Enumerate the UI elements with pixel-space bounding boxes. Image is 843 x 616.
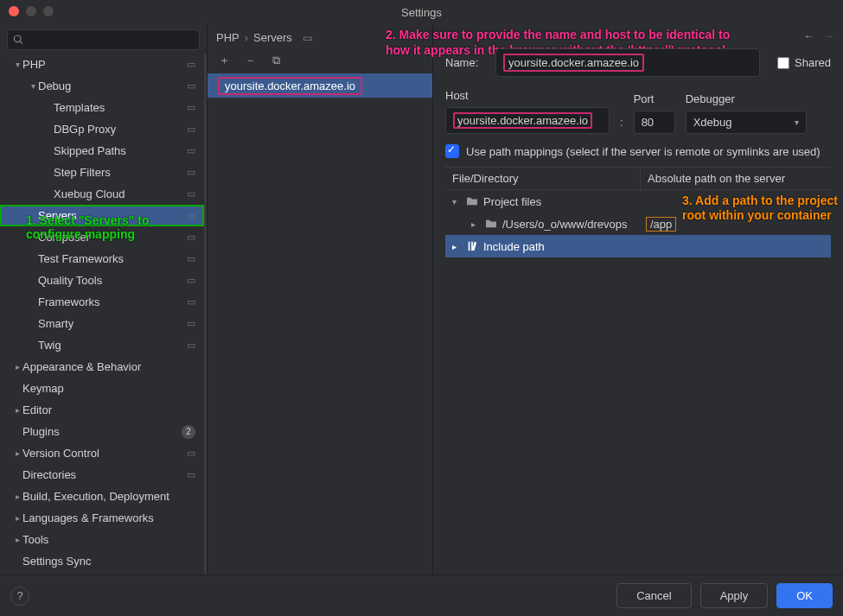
sidebar-item-keymap[interactable]: Keymap: [0, 378, 204, 399]
chevron-down-icon: ▾: [452, 197, 461, 206]
search-input[interactable]: [29, 34, 194, 46]
include-path-label: Include path: [483, 240, 545, 253]
sidebar-item-label: Tools: [22, 533, 204, 546]
chevron-right-icon: ▸: [12, 448, 22, 458]
chevron-right-icon: ▸: [452, 242, 461, 251]
close-window-icon[interactable]: [9, 6, 19, 16]
debugger-select[interactable]: Xdebug ▾: [686, 111, 807, 134]
shared-checkbox-box[interactable]: [777, 57, 789, 69]
breadcrumb-separator-icon: ›: [245, 31, 248, 44]
project-files-label: Project files: [483, 195, 541, 208]
mapping-row-include-path[interactable]: ▸ Include path: [445, 235, 831, 257]
host-port-separator: :: [620, 116, 623, 134]
servers-column: PHP › Servers ▭ ＋ － ⧉ yoursite.docker.am…: [208, 24, 433, 575]
breadcrumb-servers: Servers: [253, 31, 292, 44]
chevron-right-icon: ▸: [12, 492, 22, 501]
module-indicator-icon: ▭: [187, 59, 195, 70]
apply-button[interactable]: Apply: [700, 583, 769, 608]
sidebar-item-build-execution-deployment[interactable]: ▸Build, Execution, Deployment: [0, 486, 204, 507]
dialog-footer: ? Cancel Apply OK: [0, 575, 843, 616]
module-indicator-icon: ▭: [187, 145, 195, 156]
module-indicator-icon: ▭: [187, 296, 195, 308]
sidebar-item-editor[interactable]: ▸Editor: [0, 399, 204, 421]
path-mappings-checkbox[interactable]: [445, 144, 459, 158]
sidebar-item-label: Servers: [38, 209, 187, 222]
server-toolbar: ＋ － ⧉: [208, 49, 432, 73]
sidebar-item-step-filters[interactable]: Step Filters▭: [0, 162, 204, 183]
module-indicator-icon: ▭: [187, 102, 195, 113]
module-indicator-icon: ▭: [187, 210, 195, 221]
module-indicator-icon: ▭: [187, 188, 195, 200]
mapping-grid-header: File/Directory Absolute path on the serv…: [445, 167, 831, 190]
window-title: Settings: [401, 6, 442, 19]
sidebar-item-debug[interactable]: ▾Debug▭: [0, 75, 204, 97]
zoom-window-icon[interactable]: [43, 6, 54, 16]
shared-checkbox[interactable]: Shared: [777, 56, 831, 69]
name-input[interactable]: yoursite.docker.amazee.io: [495, 48, 760, 77]
sidebar-item-test-frameworks[interactable]: Test Frameworks▭: [0, 248, 204, 270]
sidebar-item-composer[interactable]: Composer▭: [0, 226, 204, 248]
server-list-item[interactable]: yoursite.docker.amazee.io: [208, 73, 432, 98]
folder-icon: [485, 219, 497, 229]
sidebar-item-version-control[interactable]: ▸Version Control▭: [0, 442, 204, 464]
module-indicator-icon: ▭: [187, 318, 195, 329]
folder-icon: [466, 196, 478, 206]
debugger-select-value: Xdebug: [693, 116, 732, 129]
sidebar-item-label: DBGp Proxy: [54, 123, 187, 136]
chevron-down-icon: ▾: [795, 117, 799, 127]
remove-server-button[interactable]: －: [242, 53, 258, 68]
cancel-button[interactable]: Cancel: [616, 583, 691, 608]
sidebar-item-label: Smarty: [38, 317, 187, 330]
server-list-item-label: yoursite.docker.amazee.io: [218, 77, 362, 95]
copy-server-button[interactable]: ⧉: [268, 53, 284, 68]
ok-button[interactable]: OK: [776, 583, 833, 608]
sidebar-item-skipped-paths[interactable]: Skipped Paths▭: [0, 140, 204, 162]
search-input-wrap[interactable]: [7, 29, 200, 50]
absolute-path-value[interactable]: /app: [646, 217, 676, 232]
sidebar-item-php[interactable]: ▾PHP▭: [0, 54, 204, 75]
minimize-window-icon[interactable]: [26, 6, 36, 16]
sidebar-item-twig[interactable]: Twig▭: [0, 334, 204, 356]
sidebar-item-xuebug-cloud[interactable]: Xuebug Cloud▭: [0, 183, 204, 205]
chevron-right-icon: ▸: [12, 535, 22, 544]
sidebar-item-plugins[interactable]: Plugins2: [0, 421, 204, 442]
module-indicator-icon: ▭: [187, 124, 195, 135]
sidebar-item-label: Templates: [54, 101, 187, 114]
module-indicator-icon: ▭: [187, 275, 195, 286]
mapping-row-project-path[interactable]: ▸ /Users/o_o/www/drevops /app: [445, 213, 831, 235]
add-server-button[interactable]: ＋: [216, 53, 232, 68]
sidebar-item-templates[interactable]: Templates▭: [0, 97, 204, 118]
sidebar-item-tools[interactable]: ▸Tools: [0, 529, 204, 550]
port-input[interactable]: [634, 111, 675, 134]
sidebar-item-label: PHP: [22, 58, 187, 71]
sidebar-item-quality-tools[interactable]: Quality Tools▭: [0, 270, 204, 291]
breadcrumb-php[interactable]: PHP: [216, 31, 239, 44]
chevron-right-icon: ▸: [12, 513, 22, 523]
mapping-row-project-files[interactable]: ▾ Project files: [445, 190, 831, 213]
sidebar-item-label: Editor: [22, 403, 204, 416]
sidebar-item-label: Plugins: [22, 425, 182, 438]
sidebar-item-label: Settings Sync: [22, 555, 204, 568]
chevron-right-icon: ▸: [12, 362, 22, 372]
sidebar-item-directories[interactable]: Directories▭: [0, 464, 204, 486]
chevron-down-icon: ▾: [12, 60, 22, 69]
sidebar-item-servers[interactable]: Servers▭: [0, 205, 204, 226]
sidebar-item-settings-sync[interactable]: Settings Sync: [0, 550, 204, 572]
sidebar-item-label: Version Control: [22, 447, 187, 460]
sidebar-item-label: Skipped Paths: [54, 144, 187, 157]
sidebar-item-smarty[interactable]: Smarty▭: [0, 313, 204, 334]
help-button[interactable]: ?: [10, 587, 29, 606]
module-indicator-icon: ▭: [187, 253, 195, 264]
sidebar-item-label: Build, Execution, Deployment: [22, 490, 204, 503]
debugger-label: Debugger: [686, 92, 807, 105]
sidebar-item-languages-frameworks[interactable]: ▸Languages & Frameworks: [0, 507, 204, 529]
sidebar-item-appearance-behavior[interactable]: ▸Appearance & Behavior: [0, 356, 204, 378]
name-input-value: yoursite.docker.amazee.io: [503, 54, 644, 72]
settings-tree: ▾PHP▭▾Debug▭Templates▭DBGp Proxy▭Skipped…: [0, 54, 207, 575]
sidebar-item-frameworks[interactable]: Frameworks▭: [0, 291, 204, 313]
sidebar-item-dbgp-proxy[interactable]: DBGp Proxy▭: [0, 118, 204, 140]
host-input[interactable]: yoursite.docker.amazee.io: [445, 107, 610, 134]
sidebar-item-label: Keymap: [22, 382, 204, 395]
sidebar-item-label: Directories: [22, 468, 187, 481]
library-icon: [466, 241, 478, 251]
